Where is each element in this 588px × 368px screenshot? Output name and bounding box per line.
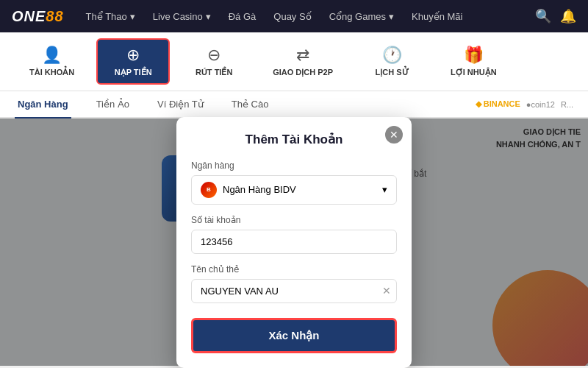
chevron-icon: ▾	[206, 11, 211, 22]
chevron-icon: ▾	[130, 11, 135, 22]
plus-icon: ⊕	[126, 46, 140, 65]
tab-thecao[interactable]: Thẻ Cào	[229, 91, 272, 118]
logo-text2: 88	[46, 8, 63, 24]
nav-icons: 🔍 🔔	[535, 8, 576, 24]
logo[interactable]: ONE88	[12, 8, 64, 25]
add-account-modal: Thêm Tài Khoản ✕ Ngân hàng B Ngân Hàng B…	[176, 117, 412, 368]
account-holder-label: Tên chủ thẻ	[191, 264, 397, 275]
minus-icon: ⊖	[207, 46, 220, 65]
modal-title: Thêm Tài Khoản	[191, 132, 397, 147]
sub-nav-giaodich[interactable]: ⇄ GIAO DỊCH P2P	[258, 40, 348, 83]
gift-icon: 🎁	[464, 46, 484, 65]
bidv-logo: B	[201, 182, 217, 198]
logo-text1: ONE	[12, 8, 46, 24]
transfer-icon: ⇄	[296, 46, 309, 65]
tab-nganhang[interactable]: Ngân Hàng	[15, 91, 71, 118]
nav-item-livecasino[interactable]: Live Casino ▾	[146, 7, 218, 26]
tab-vidiemtu[interactable]: Ví Điện Tử	[154, 91, 207, 118]
coin12-badge: ●coin12	[526, 100, 555, 109]
account-holder-field: ✕	[191, 279, 397, 303]
top-nav: ONE88 Thể Thao ▾ Live Casino ▾ Đá Gà Qua…	[0, 0, 588, 32]
account-holder-input[interactable]	[191, 279, 397, 303]
partner-badges: ◆ BINANCE ●coin12 R...	[476, 99, 573, 109]
sub-nav: 👤 TÀI KHOẢN ⊕ NẠP TIỀN ⊖ RÚT TIỀN ⇄ GIAO…	[0, 32, 588, 91]
nav-item-conggames[interactable]: Cổng Games ▾	[322, 7, 401, 26]
nav-item-thethao[interactable]: Thể Thao ▾	[79, 7, 143, 26]
chevron-down-icon: ▾	[382, 184, 387, 195]
tabs-bar: Ngân Hàng Tiền Ảo Ví Điện Tử Thẻ Cào ◆ B…	[0, 91, 588, 118]
chevron-icon: ▾	[389, 11, 394, 22]
main-area: 💳 Thêm tài khoản ngân hàng để bắt Thêm N…	[0, 118, 588, 366]
tab-tienao[interactable]: Tiền Ảo	[93, 91, 132, 118]
nav-item-khuyenmai[interactable]: Khuyến Mãi	[404, 7, 470, 26]
bank-selected-text: Ngân Hàng BIDV	[223, 184, 296, 195]
modal-close-button[interactable]: ✕	[385, 126, 403, 144]
nav-items: Thể Thao ▾ Live Casino ▾ Đá Gà Quay Số C…	[79, 7, 535, 26]
bank-label: Ngân hàng	[191, 160, 397, 171]
search-icon[interactable]: 🔍	[535, 8, 551, 24]
bell-icon[interactable]: 🔔	[560, 8, 576, 24]
bank-select-group: Ngân hàng B Ngân Hàng BIDV ▾	[191, 160, 397, 205]
binance-badge: ◆ BINANCE	[476, 99, 520, 109]
clock-icon: 🕐	[382, 46, 402, 65]
account-number-label: Số tài khoản	[191, 215, 397, 225]
clear-icon[interactable]: ✕	[382, 285, 391, 297]
sub-nav-naptien[interactable]: ⊕ NẠP TIỀN	[96, 38, 170, 85]
sub-nav-loinhuan[interactable]: 🎁 LỢI NHUẬN	[436, 40, 512, 83]
nav-item-quayso[interactable]: Quay Số	[266, 7, 318, 26]
bank-select-inner: B Ngân Hàng BIDV	[201, 182, 296, 198]
bank-select[interactable]: B Ngân Hàng BIDV ▾	[191, 175, 397, 205]
modal-overlay: Thêm Tài Khoản ✕ Ngân hàng B Ngân Hàng B…	[0, 118, 588, 366]
nav-item-daga[interactable]: Đá Gà	[221, 7, 264, 26]
account-number-group: Số tài khoản	[191, 215, 397, 254]
sub-nav-taikhoan[interactable]: 👤 TÀI KHOẢN	[15, 40, 89, 83]
account-number-input[interactable]	[191, 230, 397, 254]
sub-nav-lichsu[interactable]: 🕐 LỊCH SỬ	[355, 40, 429, 83]
confirm-button[interactable]: Xác Nhận	[191, 318, 397, 353]
r-badge: R...	[561, 100, 573, 109]
account-holder-group: Tên chủ thẻ ✕	[191, 264, 397, 303]
sub-nav-ruttien[interactable]: ⊖ RÚT TIỀN	[177, 40, 251, 83]
account-icon: 👤	[42, 46, 62, 65]
